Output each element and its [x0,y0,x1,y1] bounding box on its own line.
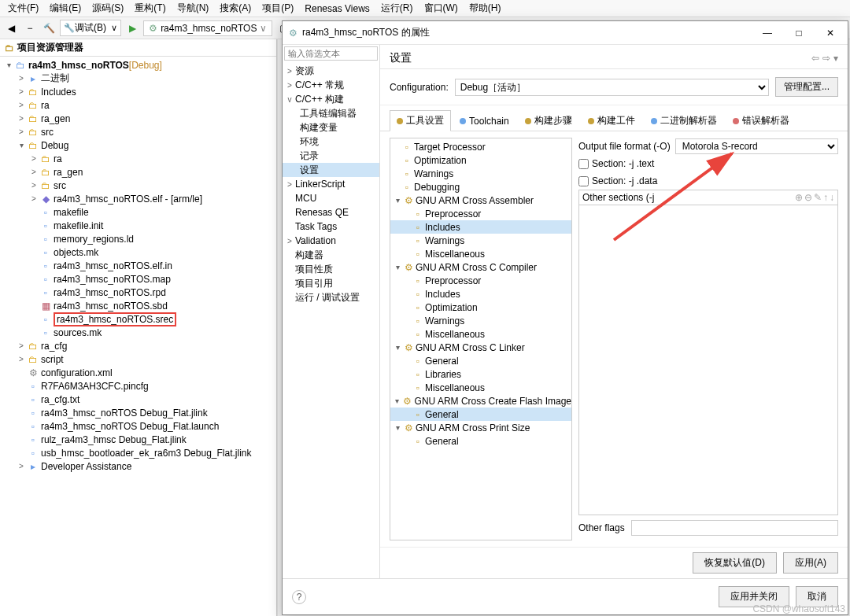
apply-button[interactable]: 应用(A) [783,552,838,574]
back-icon[interactable]: ◀ [3,20,19,36]
settings-item[interactable]: ▫Includes [390,220,571,234]
menu-item[interactable]: 运行(R) [376,0,418,17]
category-row[interactable]: 环境 [283,135,379,149]
category-row[interactable]: 构建器 [283,248,379,262]
settings-item[interactable]: ▫Optimization [390,301,571,314]
tree-row[interactable]: >▸二进制 [0,72,276,85]
settings-tab[interactable]: 构建步骤 [518,110,579,131]
menu-icon[interactable]: ▾ [833,53,838,64]
settings-item[interactable]: ▫Libraries [390,367,571,381]
menu-item[interactable]: 编辑(E) [45,0,86,17]
manage-config-button[interactable]: 管理配置... [775,77,838,97]
tree-row[interactable]: >🗀Includes [0,85,276,98]
category-row[interactable]: 设置 [283,163,379,177]
settings-tab[interactable]: Toolchain [453,110,516,131]
tree-row[interactable]: ▾🗀ra4m3_hmsc_noRTOS [Debug] [0,58,276,72]
menu-item[interactable]: 重构(T) [130,0,170,17]
category-row[interactable]: >资源 [283,64,379,78]
section-data-checkbox[interactable] [578,176,589,186]
tree-row[interactable]: ▫objects.mk [0,245,276,259]
category-row[interactable]: 记录 [283,149,379,163]
settings-item[interactable]: ▫Miscellaneous [390,247,571,260]
menu-item[interactable]: 搜索(A) [215,0,256,17]
tree-row[interactable]: ▫R7FA6M3AH3CFC.pincfg [0,379,276,393]
category-row[interactable]: 构建变量 [283,120,379,135]
category-tree[interactable]: >资源>C/C++ 常规vC/C++ 构建工具链编辑器构建变量环境记录设置>Li… [283,62,379,578]
tree-row[interactable]: ▫makefile.init [0,219,276,232]
tree-row[interactable]: >🗀src [0,179,276,192]
section-text-checkbox[interactable] [578,159,589,169]
settings-item[interactable]: ▫General [390,408,571,421]
other-sections-list[interactable] [578,205,838,515]
minus-icon[interactable]: − [22,20,38,36]
settings-item[interactable]: ▫Includes [390,287,571,301]
settings-item[interactable]: ▫Warnings [390,234,571,247]
category-row[interactable]: 工具链编辑器 [283,106,379,120]
settings-item[interactable]: ▫Optimization [390,153,571,167]
tree-row[interactable]: ▫ra4m3_hmsc_noRTOS.map [0,272,276,286]
tree-row[interactable]: ▫ra_cfg.txt [0,393,276,406]
tree-row[interactable]: ⚙configuration.xml [0,366,276,379]
settings-item[interactable]: ▫Miscellaneous [390,381,571,394]
tree-row[interactable]: >🗀ra_gen [0,112,276,125]
other-flags-input[interactable] [631,520,838,536]
tree-row[interactable]: >▸Developer Assistance [0,459,276,473]
down-icon[interactable]: ↓ [830,192,834,203]
tree-row[interactable]: ▫ra4m3_hmsc_noRTOS.srec [0,312,276,326]
settings-item[interactable]: ▫Miscellaneous [390,327,571,341]
menu-item[interactable]: 源码(S) [87,0,128,17]
settings-item[interactable]: ▫Target Processor [390,140,571,153]
settings-tab[interactable]: 工具设置 [390,110,451,131]
category-row[interactable]: 项目性质 [283,262,379,276]
tree-row[interactable]: ▾🗀Debug [0,138,276,152]
run-icon[interactable]: ▶ [124,20,140,36]
settings-tab[interactable]: 构建工件 [581,110,642,131]
settings-item[interactable]: ▫General [390,354,571,367]
category-row[interactable]: >C/C++ 常规 [283,78,379,92]
category-row[interactable]: Task Tags [283,219,379,234]
tree-row[interactable]: ▫ra4m3_hmsc_noRTOS.rpd [0,286,276,299]
restore-defaults-button[interactable]: 恢复默认值(D) [693,552,777,574]
tree-row[interactable]: ▫usb_hmsc_bootloader_ek_ra6m3 Debug_Flat… [0,446,276,459]
tree-row[interactable]: ▫ra4m3_hmsc_noRTOS.elf.in [0,259,276,272]
tree-row[interactable]: >◆ra4m3_hmsc_noRTOS.elf - [arm/le] [0,192,276,205]
minimize-button[interactable]: — [756,28,778,39]
category-row[interactable]: >Validation [283,234,379,248]
editor-tab[interactable]: ⚙ ra4m3_hmsc_noRTOS ∨ [143,20,272,36]
tree-row[interactable]: ▫memory_regions.ld [0,232,276,245]
tree-row[interactable]: >🗀ra_gen [0,165,276,179]
settings-group[interactable]: ▾⚙GNU ARM Cross Create Flash Image [390,394,571,408]
settings-group[interactable]: ▾⚙GNU ARM Cross C Linker [390,341,571,354]
help-button[interactable]: ? [292,590,306,604]
settings-item[interactable]: ▫Warnings [390,167,571,180]
tree-row[interactable]: >🗀ra_cfg [0,339,276,352]
settings-tab[interactable]: 二进制解析器 [644,110,724,131]
settings-item[interactable]: ▫Preprocessor [390,207,571,220]
category-row[interactable]: vC/C++ 构建 [283,92,379,106]
settings-item[interactable]: ▫General [390,434,571,448]
tool-settings-tree[interactable]: ▫Target Processor▫Optimization▫Warnings▫… [390,138,572,540]
debug-config-dropdown[interactable]: 🔧 调试(B) ∨ [60,20,121,36]
config-dropdown[interactable]: Debug［活动］ [455,79,769,96]
menu-item[interactable]: 项目(P) [257,0,298,17]
tree-row[interactable]: >🗀ra [0,98,276,112]
menu-item[interactable]: 窗口(W) [419,0,463,17]
tree-row[interactable]: ▫rulz_ra4m3_hmsc Debug_Flat.jlink [0,433,276,446]
tree-row[interactable]: ▫makefile [0,205,276,219]
up-icon[interactable]: ↑ [823,192,828,203]
settings-group[interactable]: ▾⚙GNU ARM Cross Assembler [390,194,571,207]
add-icon[interactable]: ⊕ [795,192,803,203]
category-row[interactable]: MCU [283,191,379,205]
settings-group[interactable]: ▾⚙GNU ARM Cross Print Size [390,421,571,434]
project-tree[interactable]: ▾🗀ra4m3_hmsc_noRTOS [Debug]>▸二进制>🗀Includ… [0,57,276,616]
menu-item[interactable]: 导航(N) [172,0,214,17]
remove-icon[interactable]: ⊖ [804,192,812,203]
back-icon[interactable]: ⇦ [811,53,819,64]
forward-icon[interactable]: ⇨ [822,53,830,64]
settings-item[interactable]: ▫Warnings [390,314,571,327]
tree-row[interactable]: ▫ra4m3_hmsc_noRTOS Debug_Flat.launch [0,419,276,433]
menu-item[interactable]: Renesas Views [300,2,375,16]
category-row[interactable]: Renesas QE [283,205,379,219]
settings-tab[interactable]: 错误解析器 [726,110,796,131]
tree-row[interactable]: >🗀src [0,125,276,138]
